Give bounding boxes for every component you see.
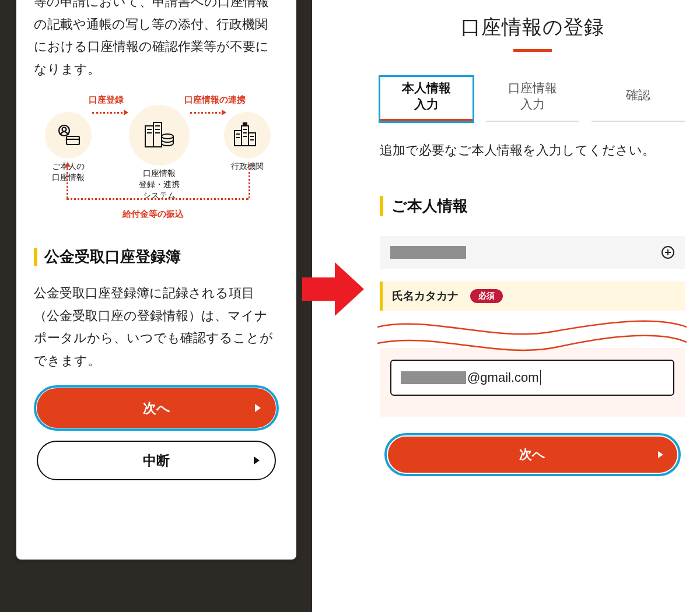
instruction-text: 追加で必要なご本人情報を入力してください。 [380, 139, 685, 161]
page-title: 口座情報の登録 [380, 14, 685, 41]
required-badge: 必須 [470, 289, 503, 303]
step-tabs: 本人情報 入力 口座情報 入力 確認 [380, 76, 685, 122]
next-button-label: 次へ [143, 399, 170, 417]
svg-rect-16 [243, 122, 247, 125]
field-label: 氏名カタカナ [392, 289, 459, 304]
right-screen: 口座情報の登録 本人情報 入力 口座情報 入力 確認 追加で必要なご本人情報を入… [312, 0, 700, 612]
tab-label: 確認 [626, 88, 650, 101]
tab-label-l2: 入力 [520, 97, 545, 111]
redacted-text [390, 246, 466, 259]
government-buildings-icon [224, 112, 271, 159]
diag-label-payment: 給付金等の振込 [123, 209, 184, 220]
diag-label-register: 口座登録 [89, 94, 124, 105]
intro-paragraph: 等の申請において、申請書への口座情報の記載や通帳の写し等の添付、行政機関における… [34, 0, 279, 80]
user-card-icon [45, 112, 92, 159]
email-field-wrap: @gmail.com [380, 348, 685, 417]
next-button-label: 次へ [519, 446, 545, 463]
section-body-registry: 公金受取口座登録簿に記録される項目（公金受取口座の登録情報）は、マイナポータルか… [34, 282, 279, 372]
tab-personal-info[interactable]: 本人情報 入力 [380, 76, 473, 122]
account-flow-diagram: 口座登録 口座情報の連携 ご本人の 口座情 [34, 94, 279, 231]
arrow-up-dots-icon [66, 164, 68, 198]
tab-label-l1: 本人情報 [402, 81, 451, 94]
tab-label-l1: 口座情報 [508, 81, 557, 94]
cancel-button-label: 中断 [143, 452, 170, 470]
field-name-katakana: 氏名カタカナ 必須 [380, 282, 685, 311]
email-input[interactable]: @gmail.com [390, 360, 674, 396]
diag-node-system: 口座情報 登録・連携 システム [127, 105, 191, 201]
svg-rect-2 [66, 136, 79, 145]
next-button[interactable]: 次へ [37, 388, 276, 428]
tab-account-info[interactable]: 口座情報 入力 [486, 76, 579, 122]
caret-right-icon [658, 451, 663, 458]
dots-v-icon [249, 164, 250, 198]
database-buildings-icon [129, 105, 190, 166]
caret-right-icon [255, 404, 261, 412]
diag-node-system-l1: 口座情報 [143, 168, 176, 178]
diag-node-gov-label: 行政機関 [231, 161, 264, 171]
tab-label-l2: 入力 [414, 97, 439, 111]
diag-node-gov: 行政機関 [218, 112, 276, 172]
flow-arrow-icon [302, 262, 366, 316]
title-underline [513, 49, 552, 52]
next-button[interactable]: 次へ [388, 437, 677, 473]
dots-line-icon [66, 198, 249, 200]
tab-confirm[interactable]: 確認 [592, 76, 685, 122]
cancel-button[interactable]: 中断 [37, 441, 276, 480]
diag-label-link: 口座情報の連携 [184, 94, 246, 105]
svg-point-1 [62, 128, 66, 132]
diag-node-user: ご本人の 口座情報 [36, 112, 100, 183]
left-screen: 等の申請において、申請書への口座情報の記載や通帳の写し等の添付、行政機関における… [0, 0, 312, 612]
redacted-text [401, 371, 466, 384]
svg-point-11 [162, 134, 173, 139]
expand-row[interactable] [380, 236, 685, 269]
section-heading-registry: 公金受取口座登録簿 [34, 248, 279, 266]
diag-node-system-l2: 登録・連携 [139, 180, 180, 189]
plus-circle-icon [662, 246, 674, 259]
email-suffix: @gmail.com [467, 370, 539, 385]
left-card: 等の申請において、申請書への口座情報の記載や通帳の写し等の添付、行政機関における… [16, 0, 296, 560]
diag-node-user-l2: 口座情報 [52, 173, 85, 182]
content-break-wave-icon [380, 314, 685, 351]
section-heading-personal: ご本人情報 [380, 196, 685, 216]
caret-right-icon [254, 456, 260, 465]
text-cursor-icon [540, 370, 541, 385]
